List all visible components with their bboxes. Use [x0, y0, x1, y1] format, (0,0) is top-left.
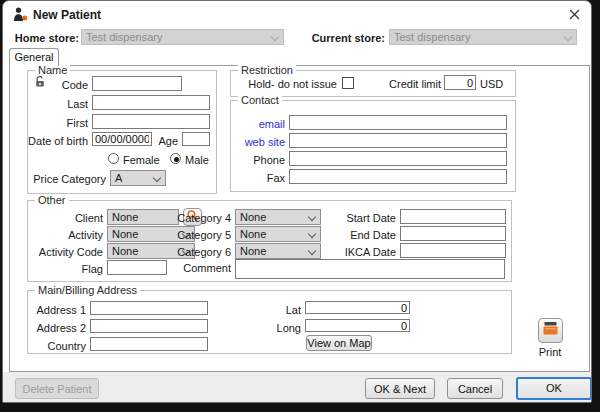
current-store-select: Test dispensary [389, 29, 577, 45]
dob-input[interactable] [92, 132, 152, 146]
hold-label: Hold- do not issue [231, 78, 337, 90]
email-label[interactable]: email [231, 118, 285, 130]
long-label: Long [268, 322, 301, 334]
category5-select[interactable]: None [235, 226, 321, 242]
fax-label: Fax [231, 172, 285, 184]
close-icon[interactable] [567, 7, 582, 22]
male-label: Male [185, 154, 209, 166]
patient-icon [13, 7, 29, 22]
activity-code-label: Activity Code [28, 246, 103, 258]
general-tab-panel: Name Code Last First Date of birth Age F… [9, 65, 590, 372]
cancel-button[interactable]: Cancel [447, 378, 503, 399]
female-label: Female [123, 154, 160, 166]
restriction-group: Restriction Hold- do not issue Credit li… [230, 70, 516, 97]
last-name-input[interactable] [92, 95, 210, 110]
first-name-input[interactable] [92, 114, 210, 129]
name-group: Name Code Last First Date of birth Age F… [27, 70, 217, 194]
current-store-label: Current store: [301, 32, 385, 44]
client-label: Client [28, 212, 103, 224]
new-patient-dialog: New Patient Home store: Test dispensary … [2, 0, 592, 403]
phone-input[interactable] [289, 151, 507, 166]
credit-limit-label: Credit limit [381, 78, 441, 90]
activity-value: None [112, 228, 138, 240]
age-label: Age [154, 135, 178, 147]
address2-label: Address 2 [28, 322, 86, 334]
price-category-value: A [115, 172, 122, 184]
ikca-date-input[interactable] [400, 243, 506, 258]
lat-input[interactable] [305, 301, 410, 314]
footer-bar: Delete Patient OK & Next Cancel OK [3, 372, 592, 403]
address-group: Main/Billing Address Address 1 Address 2… [27, 290, 512, 354]
ok-next-button[interactable]: OK & Next [365, 378, 435, 399]
male-radio[interactable] [170, 153, 181, 164]
start-date-label: Start Date [313, 212, 396, 224]
delete-patient-button: Delete Patient [15, 378, 99, 399]
start-date-input[interactable] [400, 209, 506, 224]
address-group-title: Main/Billing Address [35, 284, 140, 296]
end-date-label: End Date [313, 229, 396, 241]
hold-checkbox[interactable] [342, 77, 354, 89]
activity-code-value: None [112, 245, 138, 257]
window-title: New Patient [33, 8, 101, 22]
tab-general[interactable]: General [9, 48, 59, 66]
lat-label: Lat [268, 304, 301, 316]
website-label[interactable]: web site [231, 136, 285, 148]
price-category-select[interactable]: A [110, 170, 166, 186]
credit-limit-input[interactable] [444, 75, 476, 90]
contact-group: Contact email web site Phone Fax [230, 100, 516, 192]
category6-label: Category 6 [148, 246, 231, 258]
restriction-group-title: Restriction [238, 64, 296, 76]
address1-label: Address 1 [28, 304, 86, 316]
home-store-label: Home store: [9, 32, 79, 44]
phone-label: Phone [231, 154, 285, 166]
flag-label: Flag [28, 263, 103, 275]
category4-label: Category 4 [148, 212, 231, 224]
code-input[interactable] [92, 76, 182, 91]
end-date-input[interactable] [400, 226, 506, 241]
print-label: Print [528, 346, 572, 358]
other-group: Other Client None Activity None Activity… [27, 200, 512, 282]
website-input[interactable] [289, 133, 507, 148]
print-button[interactable] [538, 318, 563, 343]
contact-group-title: Contact [238, 94, 282, 106]
home-store-select: Test dispensary [81, 29, 284, 45]
last-label: Last [28, 98, 88, 110]
ok-button[interactable]: OK [516, 377, 592, 400]
category5-value: None [240, 228, 266, 240]
address2-input[interactable] [90, 319, 208, 333]
comment-textarea[interactable] [235, 259, 505, 279]
long-input[interactable] [305, 319, 410, 332]
country-label: Country [28, 340, 86, 352]
comment-label: Comment [148, 262, 231, 274]
view-on-map-button[interactable]: View on Map [306, 335, 372, 351]
dob-label: Date of birth [28, 135, 88, 147]
current-store-value: Test dispensary [394, 31, 470, 43]
code-label: Code [28, 79, 88, 91]
ikca-date-label: IKCA Date [313, 246, 396, 258]
first-label: First [28, 117, 88, 129]
price-category-label: Price Category [28, 173, 106, 185]
category6-value: None [240, 245, 266, 257]
address1-input[interactable] [90, 301, 208, 315]
client-value: None [112, 211, 138, 223]
other-group-title: Other [35, 194, 69, 206]
age-input[interactable] [182, 132, 210, 146]
country-input[interactable] [90, 337, 208, 351]
category4-value: None [240, 211, 266, 223]
category5-label: Category 5 [148, 229, 231, 241]
home-store-value: Test dispensary [86, 31, 162, 43]
activity-label: Activity [28, 229, 103, 241]
female-radio[interactable] [108, 153, 119, 164]
email-input[interactable] [289, 115, 507, 130]
category4-select[interactable]: None [235, 209, 321, 225]
currency-label: USD [480, 78, 503, 90]
print-icon [542, 321, 559, 340]
fax-input[interactable] [289, 169, 507, 184]
category6-select[interactable]: None [235, 243, 321, 259]
